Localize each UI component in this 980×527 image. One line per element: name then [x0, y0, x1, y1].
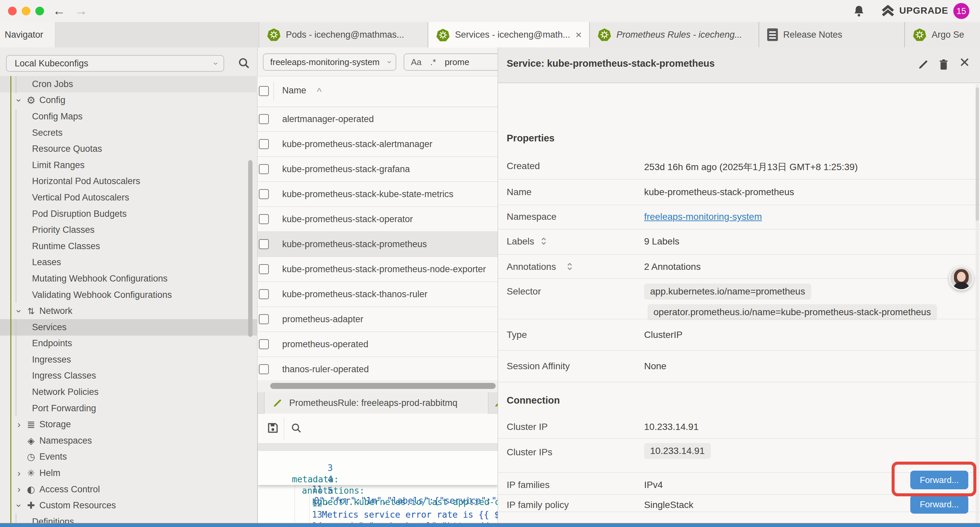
row-checkbox[interactable] [259, 139, 269, 149]
tab-release-notes[interactable]: Release Notes [759, 22, 905, 47]
sidebar-tree-item[interactable]: › Runtime Classes [0, 238, 258, 255]
match-case-toggle[interactable]: Aa [411, 57, 422, 67]
expand-collapse-icon[interactable] [567, 261, 573, 273]
sidebar-tree-item[interactable]: › Storage [0, 416, 258, 433]
sidebar-tree-item[interactable]: › Ingress Classes [0, 368, 258, 384]
sidebar-tree-item[interactable]: › Endpoints [0, 336, 258, 352]
tree-indent-guide [16, 110, 16, 303]
navigator-panel-tab[interactable]: Navigator [0, 22, 56, 47]
sidebar-tree-item[interactable]: › Network Policies [0, 384, 258, 400]
sidebar-tree-item[interactable]: › Leases [0, 255, 258, 271]
sidebar-tree-item[interactable]: › Namespaces [0, 433, 258, 449]
search-icon[interactable] [237, 57, 250, 71]
row-checkbox[interactable] [259, 214, 269, 224]
sidebar-tree-item[interactable]: › Network [0, 303, 258, 319]
upgrade-chevrons-icon[interactable] [881, 5, 895, 19]
editor-tab-prometheusrule[interactable]: PrometheusRule: freeleaps-prod-rabbitmq [264, 392, 488, 414]
sort-ascending-icon[interactable]: ^ [317, 86, 321, 97]
sidebar-tree-item[interactable]: › Mutating Webhook Configurations [0, 271, 258, 287]
cluster-ips-label: Cluster IPs [507, 447, 552, 458]
sidebar-tree-item[interactable]: › Vertical Pod Autoscalers [0, 189, 258, 206]
close-tab-icon[interactable]: × [575, 29, 582, 41]
minimize-window-button[interactable] [22, 7, 30, 15]
row-separator [498, 438, 980, 439]
editor-line-4: 4 annotations: [258, 462, 498, 474]
group-icon [25, 451, 37, 462]
sidebar-tree-item[interactable]: › Validating Webhook Configurations [0, 287, 258, 303]
row-checkbox[interactable] [259, 339, 269, 349]
kubernetes-icon [598, 28, 611, 41]
sidebar-tree-item[interactable]: › Limit Ranges [0, 157, 258, 174]
chevron-icon: › [14, 306, 24, 317]
row-checkbox[interactable] [259, 289, 269, 299]
tab-argo[interactable]: Argo Se [905, 22, 980, 47]
expand-collapse-icon[interactable] [541, 236, 547, 247]
yaml-editor[interactable]: 11 0","for":"1m","labels":{"service":"fr… [258, 451, 498, 527]
row-separator [498, 229, 980, 229]
row-checkbox[interactable] [259, 314, 269, 324]
row-separator [498, 350, 980, 350]
row-checkbox[interactable] [259, 239, 269, 249]
delete-trash-icon[interactable] [938, 59, 949, 72]
sidebar-tree-item[interactable]: › Secrets [0, 125, 258, 141]
namespace-selector[interactable]: freeleaps-monitoring-system › [263, 53, 396, 71]
properties-section-heading: Properties [507, 133, 554, 144]
notification-count-badge[interactable]: 15 [953, 3, 969, 19]
upgrade-button[interactable]: UPGRADE [899, 5, 948, 16]
drawer-scrollbar[interactable] [976, 84, 979, 527]
forward-arrow-icon[interactable]: → [75, 3, 88, 19]
sidebar-tree-item[interactable]: › Config [0, 92, 258, 109]
ip-families-label: IP families [507, 480, 550, 490]
group-icon [25, 500, 37, 511]
table-horizontal-scrollbar[interactable] [258, 380, 498, 392]
name-column-header[interactable]: Name [282, 85, 306, 96]
user-avatar[interactable] [949, 266, 974, 291]
document-icon [767, 29, 778, 41]
kubeconfig-selector[interactable]: Local Kubeconfigs › [6, 55, 224, 72]
tab-services[interactable]: Services - icecheng@math... × [428, 22, 589, 48]
sidebar-tree-item[interactable]: › Priority Classes [0, 222, 258, 238]
close-window-button[interactable] [8, 7, 17, 15]
sidebar-tree-item[interactable]: › Port Forwarding [0, 400, 258, 417]
tab-pods[interactable]: Pods - icecheng@mathmas... [259, 22, 428, 47]
row-checkbox[interactable] [259, 114, 269, 124]
sidebar-tree-item[interactable]: › Custom Resources [0, 497, 258, 514]
sidebar-tree-item[interactable]: › Helm [0, 465, 258, 481]
sidebar-tree-item[interactable]: › Services [0, 319, 258, 336]
sidebar-tree-item[interactable]: › Horizontal Pod Autoscalers [0, 174, 258, 190]
scrollbar-thumb[interactable] [270, 383, 496, 389]
tab-prometheus-rules[interactable]: Prometheus Rules - icecheng... [589, 22, 759, 47]
ip-families-value: IPv4 [644, 480, 663, 490]
sidebar-tree-item[interactable]: › Events [0, 449, 258, 465]
editor-search-icon[interactable] [291, 422, 302, 435]
close-drawer-icon[interactable]: ✕ [959, 55, 970, 70]
row-checkbox[interactable] [259, 264, 269, 274]
row-separator [498, 278, 980, 279]
select-all-checkbox[interactable] [259, 86, 269, 96]
namespace-link[interactable]: freeleaps-monitoring-system [644, 212, 762, 222]
sidebar-scrollbar[interactable] [248, 160, 253, 337]
row-checkbox[interactable] [259, 364, 269, 374]
sidebar-tree-item[interactable]: › Pod Disruption Budgets [0, 206, 258, 222]
sidebar-tree-item[interactable]: › Resource Quotas [0, 141, 258, 157]
cluster-ip-value: 10.233.14.91 [644, 422, 699, 432]
forward-port-button[interactable]: Forward... [910, 495, 968, 514]
sidebar-tree-item[interactable]: › Access Control [0, 481, 258, 498]
group-icon [25, 435, 37, 446]
tree-indent-guide-cluster [10, 76, 11, 527]
back-arrow-icon[interactable]: ← [53, 3, 65, 19]
sidebar-tree-item[interactable]: › Config Maps [0, 108, 258, 125]
save-icon[interactable] [267, 422, 279, 436]
maximize-window-button[interactable] [35, 7, 44, 15]
notifications-bell-icon[interactable] [853, 5, 865, 19]
tab-strip: Navigator Pods - icecheng@mathmas... Ser… [0, 22, 980, 48]
sidebar-tree-item[interactable]: › Ingresses [0, 352, 258, 368]
edit-pencil-icon[interactable] [918, 59, 929, 72]
row-checkbox[interactable] [259, 164, 269, 174]
row-checkbox[interactable] [259, 189, 269, 199]
kubernetes-icon [436, 29, 450, 42]
regex-toggle[interactable]: .* [430, 57, 436, 67]
scrollbar-thumb[interactable] [976, 88, 979, 221]
sidebar-tree-item[interactable]: › Cron Jobs [0, 76, 258, 92]
bottom-accent-bar [0, 524, 980, 527]
